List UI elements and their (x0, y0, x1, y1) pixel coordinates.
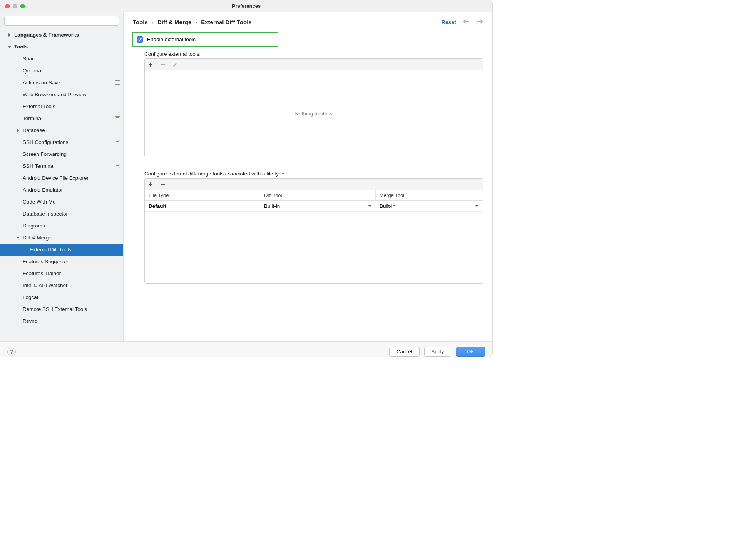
tree-item-ssh-config[interactable]: SSH Configurations (0, 136, 123, 148)
project-scope-icon (115, 164, 120, 168)
main-panel: Tools › Diff & Merge › External Diff Too… (124, 12, 492, 341)
tree-item-features-trainer[interactable]: Features Trainer (0, 267, 123, 279)
table-row[interactable]: Default Built-in Built-in (145, 201, 483, 212)
svg-marker-3 (8, 46, 11, 48)
external-tools-empty-message: Nothing to show (145, 70, 483, 157)
chevron-right-icon: › (195, 19, 197, 25)
breadcrumb-diff-merge[interactable]: Diff & Merge (157, 19, 191, 25)
help-button[interactable]: ? (7, 348, 16, 356)
external-tools-list: Nothing to show (144, 58, 483, 157)
tree-item-space[interactable]: Space (0, 53, 123, 65)
titlebar: Preferences (0, 0, 492, 12)
tree-item-external-tools[interactable]: External Tools (0, 100, 123, 112)
enable-external-tools-row[interactable]: Enable external tools (132, 32, 278, 47)
tree-item-web-browsers[interactable]: Web Browsers and Preview (0, 89, 123, 100)
svg-marker-5 (17, 237, 20, 239)
tree-languages-frameworks[interactable]: Languages & Frameworks (0, 29, 123, 41)
tree-item-diagrams[interactable]: Diagrams (0, 220, 123, 232)
search-input[interactable] (4, 16, 119, 26)
tree-item-terminal[interactable]: Terminal (0, 112, 123, 124)
file-type-assoc-table: File Type Diff Tool Merge Tool Default B… (144, 178, 483, 284)
tree-item-external-diff-tools[interactable]: External Diff Tools (0, 244, 123, 256)
col-file-type[interactable]: File Type (145, 190, 260, 200)
col-merge-tool[interactable]: Merge Tool (376, 190, 483, 200)
add-assoc-button[interactable] (148, 182, 153, 187)
tree-item-database-inspector[interactable]: Database Inspector (0, 208, 123, 220)
tree-item-intellij-api-watcher[interactable]: IntelliJ API Watcher (0, 279, 123, 291)
tree-item-remote-ssh-tools[interactable]: Remote SSH External Tools (0, 303, 123, 315)
tree-item-screen-forwarding[interactable]: Screen Forwarding (0, 148, 123, 160)
tree-item-rsync[interactable]: Rsync (0, 315, 123, 327)
chevron-right-icon: › (152, 19, 154, 25)
tree-item-actions-on-save[interactable]: Actions on Save (0, 77, 123, 89)
cell-merge-tool[interactable]: Built-in (376, 201, 483, 211)
enable-external-tools-checkbox[interactable] (137, 36, 143, 43)
enable-external-tools-label: Enable external tools (147, 37, 196, 42)
breadcrumb: Tools › Diff & Merge › External Diff Too… (133, 19, 252, 25)
remove-assoc-button[interactable] (160, 182, 166, 187)
apply-button[interactable]: Apply (424, 347, 452, 357)
tree-item-features-suggester[interactable]: Features Suggester (0, 256, 123, 267)
reset-link[interactable]: Reset (442, 19, 456, 25)
remove-tool-button[interactable] (160, 62, 166, 67)
tree-item-database[interactable]: Database (0, 124, 123, 136)
edit-tool-button[interactable] (172, 62, 178, 67)
tree-item-ssh-terminal[interactable]: SSH Terminal (0, 160, 123, 172)
svg-marker-4 (17, 129, 19, 132)
tree-item-logcat[interactable]: Logcat (0, 291, 123, 303)
breadcrumb-external-diff-tools: External Diff Tools (201, 19, 251, 25)
tree-item-android-device-explorer[interactable]: Android Device File Explorer (0, 172, 123, 184)
project-scope-icon (115, 80, 120, 85)
cell-diff-tool[interactable]: Built-in (260, 201, 376, 211)
chevron-down-icon (475, 203, 479, 209)
svg-marker-15 (475, 205, 478, 207)
tree-item-code-with-me[interactable]: Code With Me (0, 196, 123, 208)
dialog-footer: ? Cancel Apply OK (0, 341, 492, 357)
tree-tools[interactable]: Tools (0, 41, 123, 53)
nav-forward-button[interactable] (476, 19, 483, 25)
settings-tree[interactable]: Languages & Frameworks Tools Space Qodan… (0, 29, 123, 341)
sidebar: Languages & Frameworks Tools Space Qodan… (0, 12, 124, 341)
window-close-button[interactable] (5, 4, 10, 8)
col-diff-tool[interactable]: Diff Tool (260, 190, 376, 200)
svg-marker-14 (368, 205, 371, 207)
cell-file-type: Default (145, 201, 260, 211)
svg-marker-2 (8, 33, 11, 37)
window-title: Preferences (232, 3, 261, 9)
configure-tools-label: Configure external tools: (144, 51, 483, 57)
project-scope-icon (115, 116, 120, 120)
breadcrumb-tools[interactable]: Tools (133, 19, 148, 25)
tree-item-diff-merge[interactable]: Diff & Merge (0, 232, 123, 244)
cancel-button[interactable]: Cancel (389, 347, 419, 357)
window-minimize-button[interactable] (13, 4, 17, 8)
tree-item-android-emulator[interactable]: Android Emulator (0, 184, 123, 196)
chevron-down-icon (368, 203, 372, 209)
add-tool-button[interactable] (148, 62, 153, 67)
ok-button[interactable]: OK (456, 347, 485, 357)
window-maximize-button[interactable] (20, 4, 25, 8)
configure-assoc-label: Configure external diff/merge tools asso… (144, 171, 483, 177)
project-scope-icon (115, 140, 120, 144)
nav-back-button[interactable] (463, 19, 470, 25)
tree-item-qodana[interactable]: Qodana (0, 65, 123, 77)
